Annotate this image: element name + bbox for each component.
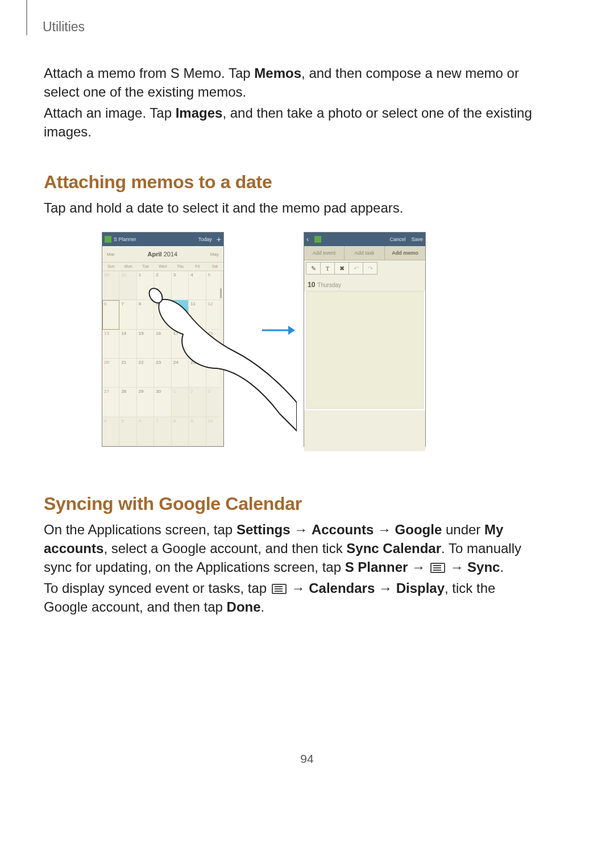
memo-tabs: Add event Add task Add memo [304, 246, 425, 260]
memo-date: 10Thursday [304, 279, 425, 291]
calendar-cell[interactable]: 4 [102, 417, 119, 446]
app-icon [314, 236, 321, 243]
menu-icon [272, 584, 287, 594]
calendar-cell[interactable]: 24 [172, 359, 189, 388]
memo-footer [304, 410, 425, 451]
calendar-cell[interactable]: 22 [137, 359, 154, 388]
text-arrow: → [374, 522, 395, 537]
back-button[interactable]: ‹ [306, 235, 312, 243]
app-title: S Planner [114, 236, 196, 242]
calendar-cell[interactable]: 8 [137, 300, 154, 329]
calendar-cell[interactable]: 29 [137, 388, 154, 417]
dow-fri: Fri [189, 263, 206, 271]
bold-calendars: Calendars [309, 580, 375, 596]
text-arrow: → [288, 580, 309, 596]
bold-google: Google [395, 522, 442, 537]
text: To display synced event or tasks, tap [44, 580, 271, 596]
intro-paragraph-1: Attach a memo from S Memo. Tap Memos, an… [44, 64, 538, 101]
tab-add-memo[interactable]: Add memo [385, 246, 425, 260]
screenshot-memo: ‹ Cancel Save Add event Add task Add mem… [304, 232, 426, 447]
prev-month[interactable]: Mar [107, 252, 115, 257]
heading-attaching-memos: Attaching memos to a date [44, 172, 538, 193]
pen-tool-icon[interactable]: ✎ [306, 262, 321, 275]
menu-icon [430, 563, 445, 573]
text-tool-icon[interactable]: T [321, 262, 335, 275]
calendar-cell[interactable]: 7 [154, 417, 171, 446]
dow-thu: Thu [172, 263, 189, 271]
calendar-cell[interactable]: 21 [119, 359, 136, 388]
bold-settings: Settings [237, 522, 291, 537]
eraser-tool-icon[interactable]: ✖ [335, 262, 349, 275]
calendar-cell[interactable]: 9 [154, 300, 171, 329]
undo-icon[interactable]: ↶ [349, 262, 363, 275]
page-number: 94 [0, 752, 614, 766]
bold-memos: Memos [254, 65, 301, 81]
calendar-cell[interactable]: 25 [189, 359, 206, 388]
text: Attach a memo from S Memo. Tap [44, 65, 254, 81]
bold-display: Display [396, 580, 445, 596]
tab-add-event[interactable]: Add event [304, 246, 345, 260]
calendar-cell[interactable]: 31 [119, 271, 136, 300]
memo-dow: Thursday [317, 282, 341, 288]
calendar-cell[interactable]: 11 [189, 300, 206, 329]
calendar-cell[interactable]: 17 [172, 330, 189, 359]
scrollbar[interactable] [219, 272, 222, 431]
calendar-cell[interactable]: 2 [154, 271, 171, 300]
calendar-cell[interactable]: 18 [189, 330, 206, 359]
text: . [500, 559, 504, 575]
calendar-cell[interactable]: 7 [119, 300, 136, 329]
calendar-cell[interactable]: 2 [189, 388, 206, 417]
s1-paragraph: Tap and hold a date to select it and the… [44, 198, 538, 217]
heading-syncing: Syncing with Google Calendar [44, 493, 538, 514]
bold-splanner: S Planner [345, 559, 408, 575]
calendar-titlebar: S Planner Today + [102, 232, 223, 246]
calendar-cell[interactable]: 3 [172, 271, 189, 300]
section-syncing: Syncing with Google Calendar On the Appl… [44, 493, 538, 616]
calendar-cell[interactable]: 28 [119, 388, 136, 417]
calendar-cell[interactable]: 8 [172, 417, 189, 446]
text-arrow: → [408, 559, 429, 575]
calendar-cell[interactable]: 30 [102, 271, 119, 300]
tab-add-task[interactable]: Add task [345, 246, 385, 260]
calendar-cell[interactable]: 1 [137, 271, 154, 300]
calendar-cell[interactable]: 15 [137, 330, 154, 359]
calendar-cell[interactable]: 4 [189, 271, 206, 300]
calendar-cell[interactable]: 23 [154, 359, 171, 388]
redo-icon[interactable]: ↷ [363, 262, 377, 275]
s2-paragraph-1: On the Applications screen, tap Settings… [44, 520, 538, 576]
dow-mon: Mon [119, 263, 136, 271]
text: On the Applications screen, tap [44, 522, 237, 537]
calendar-cell[interactable]: 30 [154, 388, 171, 417]
save-button[interactable]: Save [411, 236, 423, 242]
figure-row: S Planner Today + Mar April 2014 May Sun… [44, 232, 538, 459]
intro-paragraph-2: Attach an image. Tap Images, and then ta… [44, 103, 538, 141]
calendar-cell[interactable]: 5 [119, 417, 136, 446]
text-arrow: → [291, 522, 312, 537]
calendar-cell[interactable]: 14 [119, 330, 136, 359]
dow-sun: Sun [102, 263, 119, 271]
app-icon [105, 236, 111, 243]
cancel-button[interactable]: Cancel [389, 236, 405, 242]
text: , select a Google account, and then tick [103, 541, 346, 556]
calendar-cell[interactable]: 20 [102, 359, 119, 388]
memo-canvas[interactable] [306, 291, 424, 409]
calendar-cell[interactable]: 1 [172, 388, 189, 417]
bold-sync: Sync [467, 559, 500, 575]
dow-sat: Sat [206, 263, 223, 271]
calendar-cell[interactable]: 27 [102, 388, 119, 417]
add-button[interactable]: + [217, 235, 221, 243]
section-header: Utilities [43, 19, 85, 35]
next-month[interactable]: May [210, 252, 219, 257]
today-button[interactable]: Today [198, 236, 212, 242]
text-arrow: → [375, 580, 396, 596]
memo-toolbar: ✎ T ✖ ↶ ↷ [304, 260, 425, 279]
year-label: 2014 [164, 251, 177, 258]
calendar-cell[interactable]: 6 [102, 300, 119, 329]
calendar-cell[interactable]: 10 [172, 300, 189, 329]
calendar-cell[interactable]: 6 [137, 417, 154, 446]
page: Utilities Attach a memo from S Memo. Tap… [0, 0, 614, 868]
text: . [261, 599, 265, 614]
calendar-cell[interactable]: 9 [189, 417, 206, 446]
calendar-cell[interactable]: 16 [154, 330, 171, 359]
calendar-cell[interactable]: 13 [102, 330, 119, 359]
